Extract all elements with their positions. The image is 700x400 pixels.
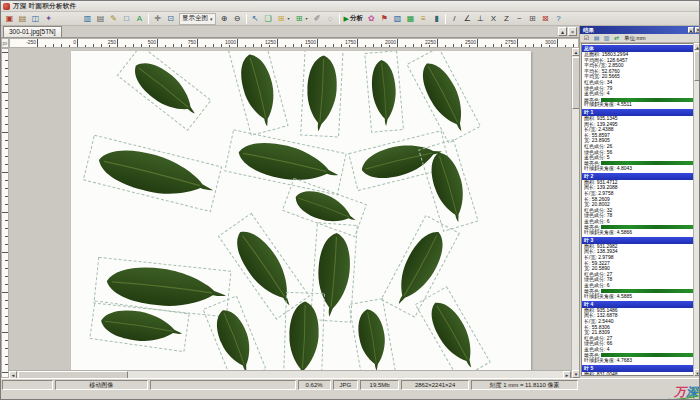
leaf-object[interactable]: [282, 178, 366, 236]
ruler-minor-tick: [389, 45, 390, 47]
ruler-tick: [2, 212, 8, 213]
ruler-minor-tick: [149, 45, 150, 47]
select-icon[interactable]: ↖: [249, 13, 262, 25]
results-scroll-up-icon[interactable]: ▲: [694, 43, 700, 50]
copy-results-icon[interactable]: ▤: [592, 34, 601, 42]
section-header: 总体: [582, 45, 694, 52]
status-segment-empty: [150, 380, 296, 390]
new-session-icon[interactable]: ▣: [3, 13, 16, 25]
ruler-tick: [5, 300, 8, 301]
results-panel-title: 结果: [583, 27, 594, 33]
ruler-tick: [317, 39, 318, 47]
ruler-tick: [5, 100, 8, 101]
window-tile-icon[interactable]: ⊞: [526, 13, 539, 25]
results-scroll-thumb[interactable]: [694, 51, 700, 81]
leaf-object[interactable]: [117, 51, 211, 130]
leaf-image[interactable]: [71, 51, 531, 378]
analyze-button[interactable]: ▶分析: [344, 13, 363, 25]
ruler-tick: [237, 39, 238, 47]
ruler-label: 2500: [465, 39, 477, 45]
image-canvas[interactable]: [9, 48, 571, 378]
ruler-minor-tick: [133, 44, 134, 47]
angle-measure-icon[interactable]: ∠: [461, 13, 474, 25]
palette-icon[interactable]: ▧: [391, 13, 404, 25]
lasso-icon[interactable]: ◌: [324, 13, 337, 25]
export-results-icon[interactable]: ⇄: [612, 34, 621, 42]
canvas-horizontal-scrollbar[interactable]: ◄ ►: [9, 370, 571, 378]
open-image-icon[interactable]: ◫: [29, 13, 42, 25]
leaves-graphic: [71, 51, 531, 378]
brush-icon[interactable]: ✐: [311, 13, 324, 25]
perpendicular-icon[interactable]: ⊥: [474, 13, 487, 25]
tab-scroll-icon[interactable]: ▴: [558, 27, 567, 36]
leaf-object[interactable]: [365, 51, 404, 132]
curve-icon[interactable]: ~: [513, 13, 526, 25]
brightest-color-bar: [601, 353, 693, 357]
grid-yellow-icon[interactable]: ⊞: [275, 13, 288, 25]
flag-icon[interactable]: ⚑: [378, 13, 391, 25]
leaf-object[interactable]: [90, 301, 189, 352]
panel-close-icon[interactable]: ×: [695, 27, 700, 33]
table-icon[interactable]: ▦: [404, 13, 417, 25]
results-scrollbar[interactable]: ▲ ▼: [693, 43, 700, 376]
tab-close-icon[interactable]: ×: [568, 27, 577, 36]
z-measure-icon[interactable]: Z: [500, 13, 513, 25]
window-title: 万深 叶面积分析软件: [13, 2, 76, 11]
flower-icon[interactable]: ✿: [365, 13, 378, 25]
ruler-minor-tick: [173, 44, 174, 47]
ruler-tick: [5, 348, 8, 349]
grid-green-icon[interactable]: ⊞: [293, 13, 306, 25]
edit-icon[interactable]: ✎: [107, 13, 120, 25]
save-results-icon[interactable]: ▥: [602, 34, 611, 42]
section-header: 叶 5: [582, 365, 694, 372]
ruler-minor-tick: [181, 44, 182, 47]
open-folder-icon[interactable]: ▤: [16, 13, 29, 25]
help-icon[interactable]: ?: [552, 13, 565, 25]
leaf-object[interactable]: [229, 51, 288, 135]
copy-icon[interactable]: □: [120, 13, 133, 25]
section-header: 叶 4: [582, 301, 694, 308]
leaf-object[interactable]: [225, 130, 346, 195]
panel-pin-icon[interactable]: ▴: [688, 27, 694, 33]
ruler-tick: [437, 39, 438, 47]
results-scroll-down-icon[interactable]: ▼: [694, 369, 700, 376]
ruler-tick: [5, 156, 8, 157]
camera-icon[interactable]: ✦: [42, 13, 55, 25]
leaf-object[interactable]: [311, 223, 358, 323]
zoom-in-icon[interactable]: ⊕: [218, 13, 231, 25]
status-bar: 移动图像0.62%JPG19.5Mb2862×2241×24刻度 1 mm = …: [1, 378, 700, 400]
leaf-object[interactable]: [407, 51, 481, 143]
leaf-object[interactable]: [415, 287, 490, 378]
ruler-minor-tick: [69, 45, 70, 47]
print-icon[interactable]: ▤: [94, 13, 107, 25]
select-leaf-icon[interactable]: ❑: [262, 13, 275, 25]
x-measure-icon[interactable]: X: [487, 13, 500, 25]
leaf-object[interactable]: [203, 296, 266, 378]
text-label-icon[interactable]: A: [133, 13, 146, 25]
leaf-object[interactable]: [83, 135, 221, 211]
leaf-object[interactable]: [94, 257, 231, 317]
main-toolbar: ▣▤◫✦▥▤✎□A✛⊡显示全图▾⊕⊖↖❑⊞▾⊞▾✐◌▶分析✿⚑▧▦≡▮/∠⊥XZ…: [1, 12, 700, 26]
canvas-vertical-scrollbar[interactable]: ▲ ▼: [571, 48, 579, 378]
pan-icon[interactable]: ✛: [151, 13, 164, 25]
leaf-object[interactable]: [349, 299, 396, 378]
close-all-icon[interactable]: ⊠: [539, 13, 552, 25]
list-icon[interactable]: ≡: [417, 13, 430, 25]
line-measure-icon[interactable]: /: [448, 13, 461, 25]
ruler-minor-tick: [205, 45, 206, 47]
leaf-object[interactable]: [219, 213, 310, 319]
show-full-image-button[interactable]: 显示全图▾: [179, 13, 216, 25]
toolbar-separator: [246, 14, 247, 24]
chart-icon[interactable]: ▮: [430, 13, 443, 25]
ruler-minor-tick: [85, 45, 86, 47]
auto-refresh-checkbox[interactable]: ☑: [582, 34, 591, 42]
zoom-region-icon[interactable]: ⊡: [164, 13, 177, 25]
zoom-out-icon[interactable]: ⊖: [231, 13, 244, 25]
leaf-shape[interactable]: [235, 51, 282, 130]
image-tab[interactable]: 300-01.jpg[5TN]: [3, 26, 62, 37]
leaf-object[interactable]: [301, 51, 344, 137]
leaf-object[interactable]: [283, 292, 324, 378]
ruler-minor-tick: [269, 45, 270, 47]
watermark-logo: 万深: [674, 384, 698, 400]
save-icon[interactable]: ▥: [81, 13, 94, 25]
